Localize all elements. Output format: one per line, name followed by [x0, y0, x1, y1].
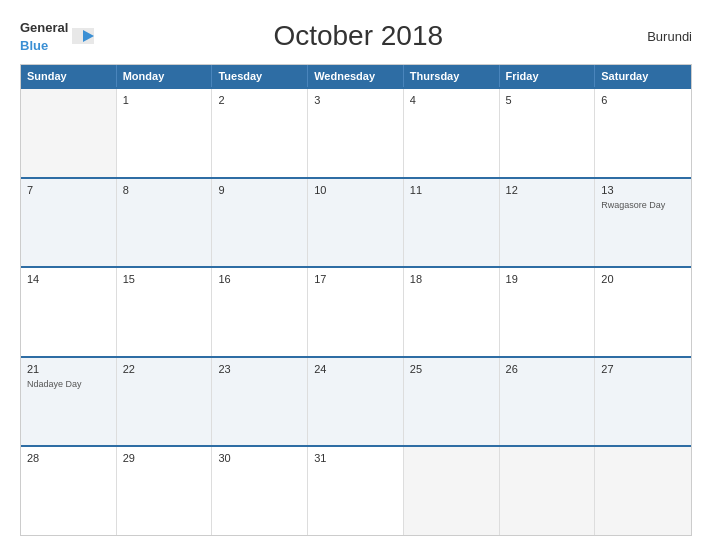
day-cell-w5-d7	[595, 447, 691, 535]
day-cell-w4-d4: 24	[308, 358, 404, 446]
day-number: 25	[410, 363, 493, 375]
day-number: 11	[410, 184, 493, 196]
logo: General Blue	[20, 18, 94, 54]
day-number: 5	[506, 94, 589, 106]
week-row-1: 123456	[21, 87, 691, 177]
day-cell-w3-d3: 16	[212, 268, 308, 356]
day-cell-w2-d4: 10	[308, 179, 404, 267]
day-cell-w2-d2: 8	[117, 179, 213, 267]
holiday-label: Rwagasore Day	[601, 200, 685, 212]
week-row-2: 78910111213Rwagasore Day	[21, 177, 691, 267]
country-name: Burundi	[622, 29, 692, 44]
day-cell-w4-d7: 27	[595, 358, 691, 446]
day-number: 15	[123, 273, 206, 285]
day-cell-w5-d3: 30	[212, 447, 308, 535]
day-number: 18	[410, 273, 493, 285]
header-friday: Friday	[500, 65, 596, 87]
day-cell-w3-d4: 17	[308, 268, 404, 356]
day-number: 6	[601, 94, 685, 106]
day-number: 9	[218, 184, 301, 196]
day-cell-w2-d6: 12	[500, 179, 596, 267]
day-number: 16	[218, 273, 301, 285]
calendar-page: General Blue October 2018 Burundi Sunday…	[0, 0, 712, 550]
holiday-label: Ndadaye Day	[27, 379, 110, 391]
day-cell-w3-d2: 15	[117, 268, 213, 356]
day-cell-w5-d5	[404, 447, 500, 535]
day-cell-w1-d6: 5	[500, 89, 596, 177]
day-number: 17	[314, 273, 397, 285]
day-number: 30	[218, 452, 301, 464]
day-number: 2	[218, 94, 301, 106]
day-number: 7	[27, 184, 110, 196]
day-number: 31	[314, 452, 397, 464]
calendar-grid: Sunday Monday Tuesday Wednesday Thursday…	[20, 64, 692, 536]
day-number: 27	[601, 363, 685, 375]
day-cell-w5-d2: 29	[117, 447, 213, 535]
day-cell-w1-d7: 6	[595, 89, 691, 177]
day-number: 21	[27, 363, 110, 375]
day-cell-w4-d2: 22	[117, 358, 213, 446]
day-number: 4	[410, 94, 493, 106]
week-row-4: 21Ndadaye Day222324252627	[21, 356, 691, 446]
day-number: 1	[123, 94, 206, 106]
day-cell-w4-d3: 23	[212, 358, 308, 446]
day-cell-w1-d4: 3	[308, 89, 404, 177]
week-row-3: 14151617181920	[21, 266, 691, 356]
day-cell-w3-d5: 18	[404, 268, 500, 356]
day-cell-w1-d1	[21, 89, 117, 177]
day-number: 28	[27, 452, 110, 464]
header-sunday: Sunday	[21, 65, 117, 87]
day-cell-w1-d3: 2	[212, 89, 308, 177]
header-tuesday: Tuesday	[212, 65, 308, 87]
day-cell-w5-d4: 31	[308, 447, 404, 535]
day-cell-w3-d1: 14	[21, 268, 117, 356]
day-cell-w2-d3: 9	[212, 179, 308, 267]
day-number: 3	[314, 94, 397, 106]
day-number: 23	[218, 363, 301, 375]
day-number: 29	[123, 452, 206, 464]
day-headers-row: Sunday Monday Tuesday Wednesday Thursday…	[21, 65, 691, 87]
logo-blue-text: Blue	[20, 38, 48, 53]
logo-text: General Blue	[20, 18, 68, 54]
day-cell-w3-d6: 19	[500, 268, 596, 356]
day-number: 12	[506, 184, 589, 196]
day-cell-w4-d6: 26	[500, 358, 596, 446]
day-cell-w1-d2: 1	[117, 89, 213, 177]
day-cell-w2-d7: 13Rwagasore Day	[595, 179, 691, 267]
day-number: 13	[601, 184, 685, 196]
header-monday: Monday	[117, 65, 213, 87]
header-saturday: Saturday	[595, 65, 691, 87]
day-cell-w4-d5: 25	[404, 358, 500, 446]
logo-general: General	[20, 20, 68, 35]
logo-flag-icon	[72, 28, 94, 44]
calendar-header: General Blue October 2018 Burundi	[20, 18, 692, 54]
header-thursday: Thursday	[404, 65, 500, 87]
day-number: 10	[314, 184, 397, 196]
day-number: 19	[506, 273, 589, 285]
day-cell-w2-d5: 11	[404, 179, 500, 267]
day-cell-w5-d6	[500, 447, 596, 535]
week-row-5: 28293031	[21, 445, 691, 535]
day-number: 24	[314, 363, 397, 375]
day-number: 20	[601, 273, 685, 285]
day-number: 26	[506, 363, 589, 375]
day-number: 8	[123, 184, 206, 196]
month-title: October 2018	[94, 20, 622, 52]
day-number: 14	[27, 273, 110, 285]
day-cell-w3-d7: 20	[595, 268, 691, 356]
day-cell-w4-d1: 21Ndadaye Day	[21, 358, 117, 446]
day-number: 22	[123, 363, 206, 375]
day-cell-w1-d5: 4	[404, 89, 500, 177]
header-wednesday: Wednesday	[308, 65, 404, 87]
weeks-container: 12345678910111213Rwagasore Day1415161718…	[21, 87, 691, 535]
day-cell-w2-d1: 7	[21, 179, 117, 267]
day-cell-w5-d1: 28	[21, 447, 117, 535]
